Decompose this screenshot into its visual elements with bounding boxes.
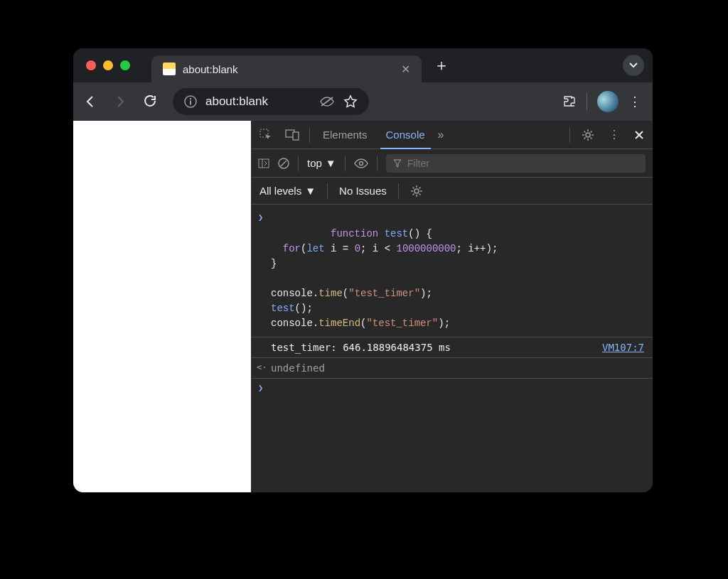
- console-toolbar: top ▼: [251, 149, 653, 178]
- devtools-tab-elements[interactable]: Elements: [317, 121, 373, 148]
- console-log-entry: test_timer: 646.18896484375 ms VM107:7: [251, 337, 653, 358]
- svg-point-7: [586, 133, 590, 137]
- console-settings-button[interactable]: [410, 185, 423, 197]
- tab-strip: about:blank ✕ ＋: [73, 48, 653, 82]
- toggle-sidebar-button[interactable]: [258, 158, 269, 168]
- app-menu-button[interactable]: ⋮: [628, 94, 643, 109]
- clear-console-button[interactable]: [278, 158, 289, 169]
- forward-button[interactable]: [113, 94, 133, 109]
- browser-toolbar: about:blank ⋮: [73, 82, 653, 121]
- bookmark-button[interactable]: [343, 94, 358, 109]
- tab-title: about:blank: [183, 63, 394, 75]
- back-button[interactable]: [83, 94, 103, 109]
- execution-context-selector[interactable]: top ▼: [307, 157, 336, 169]
- devices-icon: [285, 129, 299, 141]
- svg-rect-1: [190, 101, 191, 105]
- devtools-settings-button[interactable]: [579, 126, 597, 144]
- chevron-down-icon: [629, 63, 638, 68]
- console-prompt[interactable]: ❯: [251, 379, 653, 387]
- gear-icon: [410, 185, 423, 197]
- console-toolbar-secondary: All levels ▼ No Issues: [251, 178, 653, 205]
- arrow-left-icon: [83, 94, 97, 109]
- arrow-right-icon: [113, 94, 127, 109]
- eye-icon: [354, 158, 368, 168]
- svg-point-12: [359, 161, 363, 165]
- filter-input[interactable]: [407, 158, 638, 169]
- svg-line-11: [281, 161, 287, 166]
- gear-icon: [582, 129, 594, 141]
- page-viewport[interactable]: [73, 121, 251, 492]
- log-message: test_timer: 646.18896484375 ms: [271, 342, 602, 353]
- issues-button[interactable]: No Issues: [339, 185, 387, 197]
- log-source-link[interactable]: VM107:7: [602, 342, 644, 353]
- devtools-tabbar: Elements Console » ⋮: [251, 121, 653, 149]
- console-filter[interactable]: [386, 154, 646, 173]
- caret-down-icon: ▼: [305, 185, 316, 197]
- svg-rect-6: [293, 132, 299, 140]
- console-output[interactable]: ❯function test() { for(let i = 0; i < 10…: [251, 205, 653, 492]
- svg-point-2: [190, 98, 191, 99]
- minimize-window-button[interactable]: [103, 60, 113, 70]
- levels-label: All levels: [259, 185, 301, 197]
- star-icon: [343, 94, 358, 109]
- toolbar-divider: [587, 93, 587, 110]
- device-toolbar-button[interactable]: [282, 126, 302, 144]
- close-window-button[interactable]: [86, 60, 96, 70]
- return-value: undefined: [271, 362, 325, 374]
- devtools-close-button[interactable]: [631, 127, 647, 143]
- return-arrow-icon: <·: [257, 362, 267, 372]
- address-bar[interactable]: about:blank: [173, 88, 369, 115]
- log-levels-selector[interactable]: All levels ▼: [259, 185, 316, 197]
- prompt-arrow-icon: ❯: [258, 383, 263, 394]
- extensions-button[interactable]: [562, 94, 577, 109]
- devtools-tab-console[interactable]: Console: [380, 121, 431, 149]
- inspect-element-button[interactable]: [257, 126, 275, 144]
- filter-icon: [393, 159, 402, 168]
- reload-button[interactable]: [143, 94, 163, 109]
- console-return-entry: <· undefined: [251, 358, 653, 379]
- tab-favicon-icon: [163, 63, 176, 75]
- inspect-icon: [259, 129, 272, 141]
- tabs-dropdown-button[interactable]: [623, 55, 644, 76]
- caret-down-icon: ▼: [326, 157, 336, 169]
- profile-avatar[interactable]: [597, 91, 619, 112]
- site-info-icon[interactable]: [184, 95, 197, 108]
- devtools-more-tabs[interactable]: »: [438, 129, 444, 141]
- devtools-panel: Elements Console » ⋮: [251, 121, 653, 492]
- close-icon: [634, 130, 644, 140]
- puzzle-icon: [562, 94, 577, 109]
- live-expression-button[interactable]: [354, 158, 368, 168]
- maximize-window-button[interactable]: [120, 60, 130, 70]
- browser-window: about:blank ✕ ＋ about:blank: [73, 48, 653, 492]
- input-arrow-icon: ❯: [258, 212, 263, 224]
- hide-icon[interactable]: [319, 95, 335, 108]
- reload-icon: [143, 94, 157, 109]
- new-tab-button[interactable]: ＋: [432, 55, 451, 75]
- tab-close-button[interactable]: ✕: [401, 63, 410, 76]
- console-input-entry: ❯function test() { for(let i = 0; i < 10…: [251, 209, 653, 337]
- svg-point-13: [414, 189, 419, 193]
- svg-rect-8: [259, 159, 269, 168]
- window-controls: [86, 60, 130, 70]
- content-area: Elements Console » ⋮: [73, 121, 653, 492]
- url-text: about:blank: [205, 94, 311, 109]
- context-label: top: [307, 157, 322, 169]
- clear-icon: [278, 158, 289, 169]
- devtools-menu-button[interactable]: ⋮: [606, 125, 623, 144]
- sidebar-icon: [258, 158, 269, 168]
- browser-tab[interactable]: about:blank ✕: [151, 55, 422, 82]
